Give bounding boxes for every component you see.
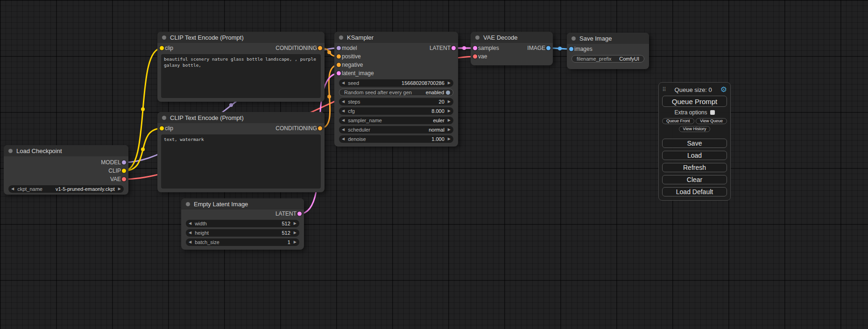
settings-gear-icon[interactable]: ⚙ — [720, 86, 727, 93]
clip-input-slot[interactable] — [160, 46, 164, 50]
workflow-canvas[interactable]: Load Checkpoint MODEL CLIP VAE ◀ ckpt_na… — [0, 0, 868, 329]
decrement-arrow-icon[interactable]: ◀ — [342, 128, 345, 132]
prompt-textarea[interactable]: beautiful scenery nature glass bottle la… — [161, 54, 321, 98]
increment-arrow-icon[interactable]: ▶ — [294, 240, 296, 244]
samples-input-slot[interactable] — [473, 46, 477, 50]
scheduler-widget[interactable]: ◀ scheduler normal ▶ — [339, 126, 453, 133]
output-row: VAE — [4, 175, 128, 183]
steps-widget[interactable]: ◀ steps 20 ▶ — [339, 98, 453, 105]
clear-button[interactable]: Clear — [662, 175, 727, 184]
load-default-button[interactable]: Load Default — [662, 187, 727, 196]
collapse-dot-icon[interactable] — [8, 149, 13, 153]
images-input-slot[interactable] — [569, 47, 573, 51]
increment-arrow-icon[interactable]: ▶ — [448, 119, 451, 122]
queue-prompt-button[interactable]: Queue Prompt — [662, 96, 727, 107]
increment-arrow-icon[interactable]: ▶ — [118, 187, 121, 191]
node-save-image[interactable]: Save Image images filename_prefix ComfyU… — [567, 33, 649, 69]
queue-front-button[interactable]: Queue Front — [662, 118, 694, 124]
increment-arrow-icon[interactable]: ▶ — [448, 128, 451, 132]
widget-label: height — [195, 230, 209, 236]
view-history-button[interactable]: View History — [679, 126, 711, 132]
save-button[interactable]: Save — [662, 139, 727, 148]
decrement-arrow-icon[interactable]: ◀ — [189, 222, 191, 225]
load-button[interactable]: Load — [662, 151, 727, 160]
vae-input-slot[interactable] — [473, 55, 477, 59]
increment-arrow-icon[interactable]: ▶ — [448, 137, 451, 141]
ckpt-name-widget[interactable]: ◀ ckpt_name v1-5-pruned-emaonly.ckpt ▶ — [8, 185, 124, 193]
node-clip-text-encode-positive[interactable]: CLIP Text Encode (Prompt) clip CONDITION… — [157, 32, 325, 102]
decrement-arrow-icon[interactable]: ◀ — [342, 119, 345, 122]
node-vae-decode[interactable]: VAE Decode samples IMAGE vae — [471, 32, 553, 65]
link-dot — [141, 107, 145, 111]
decrement-arrow-icon[interactable]: ◀ — [342, 109, 345, 113]
increment-arrow-icon[interactable]: ▶ — [448, 109, 451, 113]
height-widget[interactable]: ◀ height 512 ▶ — [186, 229, 299, 237]
widget-value: 1.000 — [431, 136, 445, 142]
input-label: clip — [165, 125, 173, 132]
node-clip-text-encode-negative[interactable]: CLIP Text Encode (Prompt) clip CONDITION… — [157, 112, 325, 192]
decrement-arrow-icon[interactable]: ◀ — [342, 100, 345, 104]
collapse-dot-icon[interactable] — [186, 202, 190, 206]
model-input-slot[interactable] — [337, 46, 341, 50]
seed-widget[interactable]: ◀ seed 156680208700286 ▶ — [339, 79, 453, 87]
filename-prefix-widget[interactable]: filename_prefix ComfyUI — [572, 55, 644, 63]
decrement-arrow-icon[interactable]: ◀ — [342, 81, 345, 85]
node-title: Save Image — [579, 35, 612, 42]
model-output-slot[interactable] — [122, 161, 126, 165]
clip-output-slot[interactable] — [122, 169, 126, 173]
refresh-button[interactable]: Refresh — [662, 163, 727, 172]
sampler-name-widget[interactable]: ◀ sampler_name euler ▶ — [339, 117, 453, 124]
decrement-arrow-icon[interactable]: ◀ — [189, 240, 191, 244]
positive-input-slot[interactable] — [337, 55, 341, 59]
latent-output-slot[interactable] — [297, 212, 302, 216]
cfg-widget[interactable]: ◀ cfg 8.000 ▶ — [339, 107, 453, 115]
node-title-bar[interactable]: CLIP Text Encode (Prompt) — [157, 32, 325, 43]
collapse-dot-icon[interactable] — [475, 35, 480, 40]
widget-label: cfg — [348, 108, 355, 114]
node-title-bar[interactable]: VAE Decode — [471, 32, 553, 43]
widget-label: scheduler — [348, 127, 370, 133]
node-title-bar[interactable]: Empty Latent Image — [181, 198, 304, 210]
negative-input-slot[interactable] — [337, 63, 341, 67]
latent-image-input-slot[interactable] — [337, 71, 341, 76]
collapse-dot-icon[interactable] — [162, 116, 166, 120]
denoise-widget[interactable]: ◀ denoise 1.000 ▶ — [339, 135, 453, 143]
node-title-bar[interactable]: Load Checkpoint — [4, 145, 128, 156]
collapse-dot-icon[interactable] — [339, 35, 343, 40]
widget-value: 512 — [282, 221, 290, 226]
collapse-dot-icon[interactable] — [572, 36, 576, 41]
node-title-bar[interactable]: KSampler — [334, 32, 458, 43]
image-output-slot[interactable] — [546, 46, 550, 50]
prompt-textarea[interactable]: text, watermark — [161, 134, 321, 189]
width-widget[interactable]: ◀ width 512 ▶ — [186, 220, 299, 227]
conditioning-output-slot[interactable] — [318, 46, 322, 50]
collapse-dot-icon[interactable] — [162, 35, 166, 40]
node-title-bar[interactable]: CLIP Text Encode (Prompt) — [157, 112, 325, 123]
widget-value: 20 — [439, 99, 445, 105]
clip-input-slot[interactable] — [160, 126, 164, 131]
drag-handle-icon[interactable]: ⠿ — [662, 86, 666, 93]
node-title: KSampler — [347, 34, 374, 41]
toggle-knob-icon[interactable] — [446, 91, 450, 95]
node-load-checkpoint[interactable]: Load Checkpoint MODEL CLIP VAE ◀ ckpt_na… — [4, 145, 128, 195]
node-title-bar[interactable]: Save Image — [567, 33, 649, 44]
output-label: CONDITIONING — [275, 45, 317, 51]
node-empty-latent-image[interactable]: Empty Latent Image LATENT ◀ width 512 ▶ … — [181, 198, 304, 250]
view-queue-button[interactable]: View Queue — [696, 118, 727, 124]
increment-arrow-icon[interactable]: ▶ — [448, 81, 451, 85]
output-label: CLIP — [108, 168, 121, 174]
extra-options-checkbox[interactable] — [710, 110, 715, 115]
increment-arrow-icon[interactable]: ▶ — [448, 100, 451, 104]
latent-output-slot[interactable] — [452, 46, 456, 50]
batch-size-widget[interactable]: ◀ batch_size 1 ▶ — [186, 238, 299, 246]
queue-actions-row: Queue Front View Queue — [662, 118, 727, 124]
decrement-arrow-icon[interactable]: ◀ — [11, 187, 14, 191]
random-seed-toggle[interactable]: Random seed after every gen enabled — [339, 89, 453, 96]
vae-output-slot[interactable] — [122, 177, 126, 182]
node-ksampler[interactable]: KSampler model LATENT positive negative … — [334, 32, 458, 147]
decrement-arrow-icon[interactable]: ◀ — [342, 137, 345, 141]
increment-arrow-icon[interactable]: ▶ — [294, 222, 296, 225]
decrement-arrow-icon[interactable]: ◀ — [189, 231, 191, 235]
increment-arrow-icon[interactable]: ▶ — [294, 231, 296, 235]
conditioning-output-slot[interactable] — [318, 126, 322, 131]
